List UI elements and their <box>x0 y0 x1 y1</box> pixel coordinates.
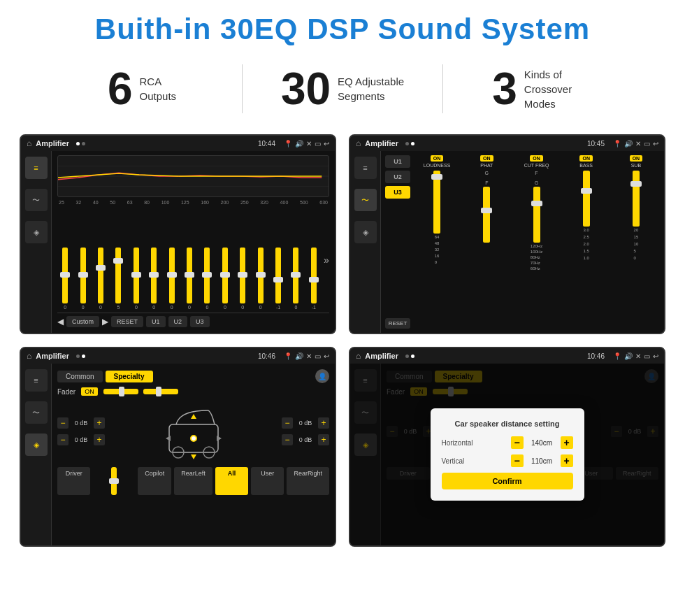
rearright-btn-3[interactable]: RearRight <box>287 467 329 495</box>
window-icon-4[interactable]: ▭ <box>644 352 650 360</box>
eq-slider-6[interactable]: 0 <box>164 248 179 310</box>
eq-u3-btn[interactable]: U3 <box>190 316 210 327</box>
bass-slider[interactable]: 3.0 2.5 2.0 1.5 1.0 <box>583 169 590 329</box>
vertical-plus-btn[interactable]: + <box>561 454 573 467</box>
fader-on-badge[interactable]: ON <box>81 387 98 396</box>
db-minus-3[interactable]: − <box>282 417 293 429</box>
eq-expand-icon[interactable]: » <box>324 255 329 266</box>
back-icon-1[interactable]: ↩ <box>324 140 329 148</box>
speaker-icon-2[interactable]: 🔊 <box>624 140 633 148</box>
sidebar-wave-btn[interactable]: 〜 <box>25 189 48 211</box>
db-minus-4[interactable]: − <box>282 434 293 445</box>
window-icon-3[interactable]: ▭ <box>315 352 321 360</box>
home-icon-1[interactable]: ⌂ <box>27 138 31 148</box>
sub-on-badge[interactable]: ON <box>630 155 643 162</box>
eq-custom-btn[interactable]: Custom <box>66 316 99 327</box>
bass-on-badge[interactable]: ON <box>579 155 593 162</box>
home-icon-2[interactable]: ⌂ <box>356 138 361 148</box>
sub-slider[interactable]: 20 15 10 5 0 <box>633 169 640 329</box>
db-minus-1[interactable]: − <box>57 417 68 429</box>
eq-slider-8[interactable]: 0 <box>199 248 215 310</box>
home-icon-3[interactable]: ⌂ <box>27 351 31 361</box>
eq-slider-2[interactable]: 0 <box>93 248 108 310</box>
eq-slider-9[interactable]: 0 <box>217 248 233 310</box>
eq-slider-5[interactable]: 0 <box>146 248 161 310</box>
user-btn-3[interactable]: User <box>251 467 284 495</box>
speaker-icon-3[interactable]: 🔊 <box>295 352 303 360</box>
sidebar-speaker-btn-2[interactable]: ◈ <box>354 221 377 243</box>
vertical-minus-btn[interactable]: − <box>511 454 524 467</box>
u3-btn[interactable]: U3 <box>385 186 410 199</box>
eq-prev-btn[interactable]: ◀ <box>57 317 64 327</box>
db-plus-1[interactable]: + <box>94 417 105 429</box>
confirm-button[interactable]: Confirm <box>442 473 573 489</box>
horizontal-minus-btn[interactable]: − <box>511 436 524 449</box>
eq-bottom-bar: ◀ Custom ▶ RESET U1 U2 U3 <box>57 313 329 329</box>
eq-slider-3[interactable]: 5 <box>110 248 126 310</box>
sidebar-eq-btn-2[interactable]: ≡ <box>354 157 377 179</box>
sidebar-speaker-btn-3[interactable]: ◈ <box>25 434 48 456</box>
speaker-layout: − 0 dB + − 0 dB + <box>57 400 329 463</box>
db-minus-2[interactable]: − <box>57 434 68 445</box>
close-icon-1[interactable]: ✕ <box>306 140 312 148</box>
back-icon-3[interactable]: ↩ <box>324 352 329 360</box>
db-plus-4[interactable]: + <box>318 434 329 445</box>
window-icon-1[interactable]: ▭ <box>315 140 321 148</box>
phat-on-badge[interactable]: ON <box>480 155 493 162</box>
eq-slider-13[interactable]: 0 <box>288 248 303 310</box>
car-diagram <box>110 400 276 463</box>
loudness-on-badge[interactable]: ON <box>431 155 444 162</box>
speaker-left-controls: − 0 dB + − 0 dB + <box>57 417 105 445</box>
rearleft-btn-3[interactable]: RearLeft <box>174 467 212 495</box>
eq-slider-14[interactable]: -1 <box>306 248 322 310</box>
sidebar-speaker-btn[interactable]: ◈ <box>25 221 48 243</box>
close-icon-3[interactable]: ✕ <box>306 352 312 360</box>
eq-slider-11[interactable]: 0 <box>252 248 268 310</box>
app-name-4: Amplifier <box>365 352 398 360</box>
fader-slider-row[interactable] <box>103 389 178 394</box>
u1-btn[interactable]: U1 <box>385 155 410 168</box>
sidebar-eq-btn-3[interactable]: ≡ <box>25 369 48 392</box>
copilot-btn-3[interactable]: Copilot <box>138 467 171 495</box>
all-btn-3[interactable]: All <box>215 467 248 495</box>
close-icon-4[interactable]: ✕ <box>635 352 641 360</box>
speaker-icon-4[interactable]: 🔊 <box>624 352 633 360</box>
loudness-slider[interactable]: 64 48 32 16 0 <box>433 169 440 329</box>
eq-slider-12[interactable]: -1 <box>271 248 286 310</box>
dialog-vertical-stepper: − 110cm + <box>511 454 573 467</box>
back-icon-2[interactable]: ↩ <box>653 140 658 148</box>
speaker-icon-1[interactable]: 🔊 <box>295 140 303 148</box>
eq-main: 25 32 40 50 63 80 100 125 160 200 250 32… <box>52 151 335 333</box>
driver-btn-3[interactable]: Driver <box>57 467 90 495</box>
eq-u1-btn[interactable]: U1 <box>146 316 166 327</box>
close-icon-2[interactable]: ✕ <box>635 140 641 148</box>
cutfreq-on-badge[interactable]: ON <box>530 155 543 162</box>
back-icon-4[interactable]: ↩ <box>653 352 658 360</box>
eq-slider-4[interactable]: 0 <box>129 248 144 310</box>
sidebar-wave-btn-3[interactable]: 〜 <box>25 401 48 424</box>
app-name-2: Amplifier <box>365 139 398 148</box>
eq-slider-10[interactable]: 0 <box>235 248 250 310</box>
tab-common-3[interactable]: Common <box>57 371 103 382</box>
left-sidebar-3: ≡ 〜 ◈ <box>21 364 52 545</box>
bottom-btns-3: Driver Copilot RearLeft All User RearRig… <box>57 467 329 495</box>
eq-reset-btn[interactable]: RESET <box>111 316 143 327</box>
horizontal-plus-btn[interactable]: + <box>561 436 573 449</box>
user-icon-3[interactable]: 👤 <box>315 369 329 383</box>
db-plus-2[interactable]: + <box>94 434 105 445</box>
sidebar-eq-btn[interactable]: ≡ <box>25 157 48 179</box>
eq-u2-btn[interactable]: U2 <box>168 316 188 327</box>
eq-slider-1[interactable]: 0 <box>75 248 90 310</box>
u2-btn[interactable]: U2 <box>385 171 410 183</box>
db-plus-3[interactable]: + <box>318 417 329 429</box>
sidebar-wave-btn-2[interactable]: 〜 <box>354 189 377 211</box>
cutfreq-slider[interactable]: FG 120Hz 100Hz 80Hz 70Hz 60Hz <box>531 169 542 329</box>
tab-specialty-3[interactable]: Specialty <box>106 371 153 382</box>
eq-play-btn[interactable]: ▶ <box>102 317 108 327</box>
eq-slider-0[interactable]: 0 <box>57 248 73 310</box>
crossover-reset-btn[interactable]: RESET <box>385 318 410 329</box>
home-icon-4[interactable]: ⌂ <box>356 351 361 361</box>
window-icon-2[interactable]: ▭ <box>644 140 650 148</box>
eq-slider-7[interactable]: 0 <box>182 248 197 310</box>
phat-slider[interactable]: GF <box>483 169 490 329</box>
